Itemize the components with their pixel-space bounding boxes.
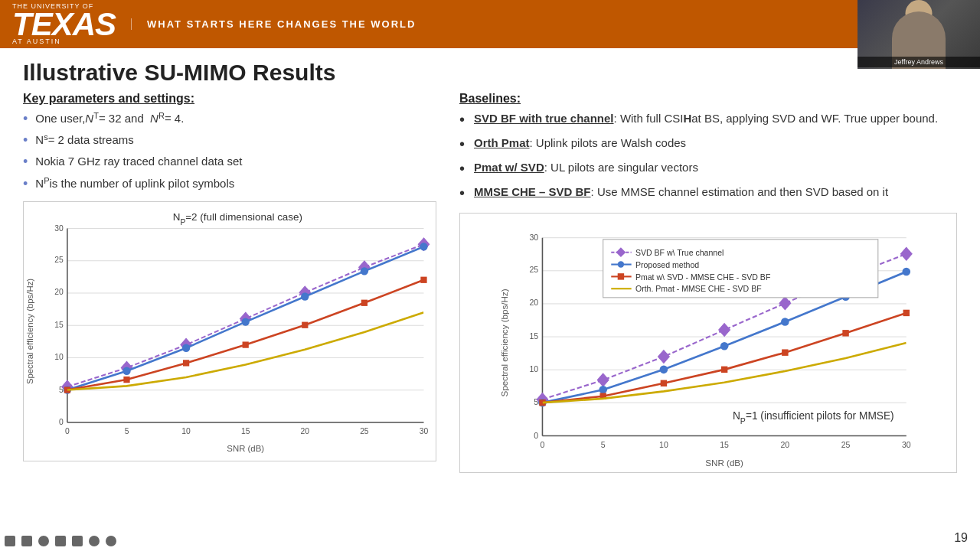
chart-left-svg: NP=2 (full dimensional case) Spectral ef… — [24, 202, 436, 461]
marker — [122, 367, 130, 374]
xtick: 20 — [780, 440, 789, 449]
legend-label: Proposed method — [635, 260, 699, 269]
toolbar-icon-2[interactable] — [21, 536, 32, 546]
slide-title: Illustrative SU-MIMO Results — [23, 60, 957, 86]
marker — [301, 292, 309, 300]
chart-left: NP=2 (full dimensional case) Spectral ef… — [23, 201, 436, 461]
legend-label: Pmat w\ SVD - MMSE CHE - SVD BF — [635, 272, 771, 282]
toolbar-icon-6[interactable] — [89, 536, 100, 546]
xtick: 10 — [659, 440, 668, 449]
ytick: 15 — [529, 331, 538, 341]
ytick: 10 — [54, 353, 64, 361]
marker — [779, 297, 791, 310]
toolbar-icon-3[interactable] — [38, 536, 49, 546]
xtick: 15 — [241, 427, 250, 435]
slide-content: Illustrative SU-MIMO Results Key paramet… — [0, 48, 980, 551]
chart-right: Spectral efficiency (bps/Hz) SNR (dB) 0 … — [459, 213, 957, 473]
marker — [361, 299, 368, 305]
marker — [903, 268, 911, 276]
ytick: 15 — [54, 321, 64, 329]
xtick: 30 — [902, 440, 911, 449]
toolbar-icon-4[interactable] — [55, 536, 66, 546]
right-section-heading: Baselines: — [459, 92, 957, 106]
marker — [123, 377, 129, 383]
marker — [361, 267, 368, 275]
tagline: WHAT STARTS HERE CHANGES THE WORLD — [131, 18, 416, 30]
marker — [660, 366, 668, 374]
list-item: MMSE CHE – SVD BF: Use MMSE channel esti… — [459, 184, 957, 204]
baseline-label: SVD BF with true channel — [474, 110, 614, 126]
marker — [302, 321, 308, 328]
ytick: 30 — [529, 233, 538, 242]
chart-right-svg: Spectral efficiency (bps/Hz) SNR (dB) 0 … — [460, 214, 956, 472]
chart-right-xlabel: SNR (dB) — [705, 458, 743, 468]
marker — [781, 318, 789, 326]
marker — [661, 380, 667, 386]
list-item: Pmat w/ SVD: UL pilots are singular vect… — [459, 159, 957, 179]
xtick: 30 — [420, 427, 429, 435]
ytick: 25 — [54, 256, 64, 264]
xtick: 15 — [720, 440, 729, 449]
xtick: 5 — [601, 440, 606, 449]
xtick: 10 — [181, 427, 191, 435]
ytick: 20 — [54, 288, 64, 296]
page-number: 19 — [954, 531, 968, 545]
marker — [900, 247, 912, 260]
ytick: 20 — [529, 298, 538, 307]
chart-left-title: NP=2 (full dimensional case) — [173, 211, 302, 227]
marker — [782, 349, 788, 355]
xtick: 25 — [841, 440, 851, 449]
left-column: Key parameters and settings: One user, N… — [23, 92, 436, 543]
texas-text: TEXAS — [12, 10, 116, 39]
baseline-label: MMSE CHE – SVD BF — [474, 184, 591, 200]
toolbar-icon-7[interactable] — [106, 536, 116, 546]
marker — [242, 318, 250, 325]
list-item: One user, NT = 32 and NR= 4. — [23, 110, 436, 129]
marker — [243, 341, 249, 347]
marker — [183, 360, 189, 366]
legend-label: SVD BF w\ True channel — [635, 248, 724, 257]
baseline-label: Pmat w/ SVD — [474, 159, 544, 175]
legend-marker — [618, 273, 624, 279]
list-item: Orth Pmat: Uplink pilots are Walsh codes — [459, 135, 957, 155]
austin-text: AT AUSTIN — [12, 38, 116, 45]
chart-left-ylabel: Spectral efficiency (bps/Hz) — [25, 278, 34, 383]
presenter-name-label: Jeffrey Andrews — [858, 57, 980, 67]
presenter-video: Jeffrey Andrews — [858, 0, 980, 69]
list-item: NP is the number of uplink pilot symbols — [23, 175, 436, 194]
chart-right-title: NP=1 (insufficient pilots for MMSE) — [733, 410, 894, 425]
right-column: Baselines: SVD BF with true channel: Wit… — [459, 92, 957, 543]
two-column-layout: Key parameters and settings: One user, N… — [23, 92, 957, 543]
chart-right-ylabel: Spectral efficiency (bps/Hz) — [499, 289, 509, 396]
legend-label: Orth. Pmat - MMSE CHE - SVD BF — [635, 284, 762, 293]
xtick: 25 — [360, 427, 369, 435]
xtick: 0 — [65, 427, 70, 435]
marker — [721, 367, 727, 373]
left-bullet-list: One user, NT = 32 and NR= 4. Ns = 2 data… — [23, 110, 436, 194]
ytick: 0 — [59, 418, 64, 426]
marker — [420, 276, 426, 282]
toolbar — [5, 536, 116, 546]
list-item: Ns = 2 data streams — [23, 132, 436, 150]
ytick: 25 — [529, 265, 538, 274]
marker — [842, 330, 848, 336]
university-logo: THE UNIVERSITY OF TEXAS AT AUSTIN — [12, 3, 116, 46]
marker — [658, 350, 670, 364]
header: THE UNIVERSITY OF TEXAS AT AUSTIN WHAT S… — [0, 0, 980, 48]
ytick: 10 — [529, 364, 538, 373]
marker — [599, 386, 607, 394]
xtick: 20 — [301, 427, 310, 435]
marker — [420, 243, 427, 250]
ytick: 0 — [534, 431, 538, 440]
toolbar-icon-1[interactable] — [5, 536, 15, 546]
baselines-heading: Baselines: — [459, 92, 521, 105]
baseline-label: Orth Pmat — [474, 135, 530, 151]
toolbar-icon-5[interactable] — [72, 536, 83, 546]
marker — [719, 324, 730, 337]
marker — [597, 373, 609, 386]
list-item: SVD BF with true channel: With full CSI … — [459, 110, 957, 130]
marker — [720, 342, 729, 350]
bold-H: H — [683, 110, 691, 126]
list-item: Nokia 7 GHz ray traced channel data set — [23, 153, 436, 171]
xtick: 5 — [125, 427, 129, 435]
